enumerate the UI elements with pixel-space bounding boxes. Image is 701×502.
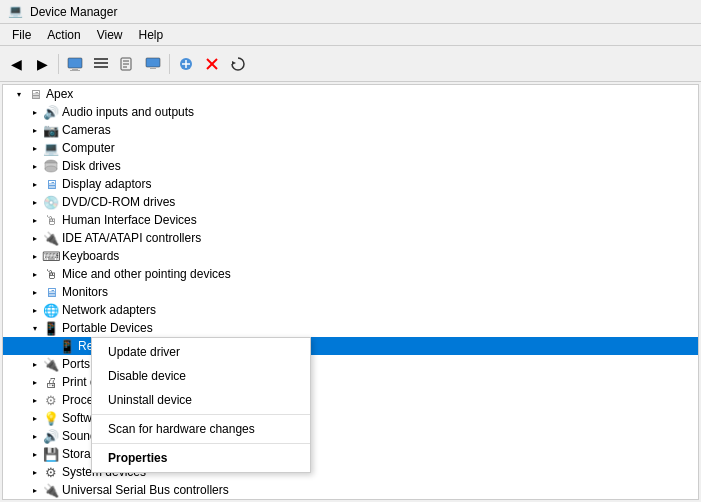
toolbar-forward[interactable]: ▶ [30, 52, 54, 76]
expand-sys[interactable] [27, 464, 43, 480]
tree-item-usb[interactable]: 🔌 Universal Serial Bus controllers [3, 481, 698, 499]
expand-apex[interactable] [11, 86, 27, 102]
icon-redmi: 📱 [59, 338, 75, 354]
svg-rect-11 [150, 68, 156, 69]
svg-rect-10 [146, 58, 160, 67]
toolbar-btn-computer[interactable] [63, 52, 87, 76]
label-disk: Disk drives [62, 159, 121, 173]
svg-point-20 [45, 166, 57, 172]
tree-item-disk[interactable]: Disk drives [3, 157, 698, 175]
expand-ports[interactable] [27, 356, 43, 372]
label-portable: Portable Devices [62, 321, 153, 335]
svg-rect-1 [72, 69, 78, 70]
toolbar-sep-1 [58, 54, 59, 74]
expand-usb[interactable] [27, 482, 43, 498]
expand-monitors[interactable] [27, 284, 43, 300]
tree-item-ide[interactable]: 🔌 IDE ATA/ATAPI controllers [3, 229, 698, 247]
label-monitors: Monitors [62, 285, 108, 299]
svg-marker-17 [232, 61, 236, 65]
tree-item-dvd[interactable]: 💿 DVD/CD-ROM drives [3, 193, 698, 211]
tree-item-monitors[interactable]: 🖥 Monitors [3, 283, 698, 301]
svg-rect-3 [94, 58, 108, 60]
icon-hid: 🖱 [43, 212, 59, 228]
expand-hid[interactable] [27, 212, 43, 228]
expand-dvd[interactable] [27, 194, 43, 210]
label-mice: Mice and other pointing devices [62, 267, 231, 281]
svg-rect-4 [94, 62, 108, 64]
toolbar-sep-2 [169, 54, 170, 74]
icon-print: 🖨 [43, 374, 59, 390]
icon-sound: 🔊 [43, 428, 59, 444]
icon-usb: 🔌 [43, 482, 59, 498]
label-usb: Universal Serial Bus controllers [62, 483, 229, 497]
tree-item-audio[interactable]: 🔊 Audio inputs and outputs [3, 103, 698, 121]
expand-mice[interactable] [27, 266, 43, 282]
label-computer: Computer [62, 141, 115, 155]
icon-network: 🌐 [43, 302, 59, 318]
expand-audio[interactable] [27, 104, 43, 120]
icon-ide: 🔌 [43, 230, 59, 246]
menu-bar: File Action View Help [0, 24, 701, 46]
toolbar-btn-remove[interactable] [200, 52, 224, 76]
context-menu-scan[interactable]: Scan for hardware changes [92, 417, 310, 441]
icon-monitors: 🖥 [43, 284, 59, 300]
tree-item-portable[interactable]: 📱 Portable Devices [3, 319, 698, 337]
tree-item-apex[interactable]: 🖥 Apex [3, 85, 698, 103]
toolbar-btn-list[interactable] [89, 52, 113, 76]
menu-view[interactable]: View [89, 26, 131, 44]
expand-computer[interactable] [27, 140, 43, 156]
context-menu-uninstall[interactable]: Uninstall device [92, 388, 310, 412]
tree-item-computer[interactable]: 💻 Computer [3, 139, 698, 157]
icon-disk [43, 158, 59, 174]
toolbar-btn-add[interactable] [174, 52, 198, 76]
label-audio: Audio inputs and outputs [62, 105, 194, 119]
expand-soft[interactable] [27, 410, 43, 426]
icon-storage: 💾 [43, 446, 59, 462]
label-apex: Apex [46, 87, 73, 101]
toolbar-btn-refresh[interactable] [226, 52, 250, 76]
expand-disk[interactable] [27, 158, 43, 174]
tree-item-mice[interactable]: 🖱 Mice and other pointing devices [3, 265, 698, 283]
tree-panel[interactable]: 🖥 Apex 🔊 Audio inputs and outputs 📷 Came… [2, 84, 699, 500]
expand-portable[interactable] [27, 320, 43, 336]
icon-ports: 🔌 [43, 356, 59, 372]
expand-ide[interactable] [27, 230, 43, 246]
label-keyboards: Keyboards [62, 249, 119, 263]
toolbar-btn-monitor[interactable] [141, 52, 165, 76]
icon-dvd: 💿 [43, 194, 59, 210]
tree-item-display[interactable]: 🖥 Display adaptors [3, 175, 698, 193]
expand-print[interactable] [27, 374, 43, 390]
context-menu-properties[interactable]: Properties [92, 446, 310, 470]
expand-storage[interactable] [27, 446, 43, 462]
context-menu-update[interactable]: Update driver [92, 340, 310, 364]
label-ide: IDE ATA/ATAPI controllers [62, 231, 201, 245]
icon-sys: ⚙ [43, 464, 59, 480]
expand-cameras[interactable] [27, 122, 43, 138]
menu-action[interactable]: Action [39, 26, 88, 44]
icon-audio: 🔊 [43, 104, 59, 120]
tree-item-cameras[interactable]: 📷 Cameras [3, 121, 698, 139]
expand-sound[interactable] [27, 428, 43, 444]
expand-proc[interactable] [27, 392, 43, 408]
menu-file[interactable]: File [4, 26, 39, 44]
svg-rect-2 [70, 70, 80, 71]
tree-item-keyboards[interactable]: ⌨ Keyboards [3, 247, 698, 265]
icon-portable: 📱 [43, 320, 59, 336]
icon-soft: 💡 [43, 410, 59, 426]
tree-item-network[interactable]: 🌐 Network adapters [3, 301, 698, 319]
tree-item-hid[interactable]: 🖱 Human Interface Devices [3, 211, 698, 229]
context-menu-disable[interactable]: Disable device [92, 364, 310, 388]
svg-rect-0 [68, 58, 82, 68]
toolbar-back[interactable]: ◀ [4, 52, 28, 76]
expand-redmi [43, 338, 59, 354]
expand-display[interactable] [27, 176, 43, 192]
label-network: Network adapters [62, 303, 156, 317]
menu-help[interactable]: Help [131, 26, 172, 44]
toolbar-btn-edit[interactable] [115, 52, 139, 76]
app-icon: 💻 [8, 4, 24, 20]
main-content: 🖥 Apex 🔊 Audio inputs and outputs 📷 Came… [0, 82, 701, 502]
title-bar: 💻 Device Manager [0, 0, 701, 24]
icon-cameras: 📷 [43, 122, 59, 138]
expand-network[interactable] [27, 302, 43, 318]
context-menu: Update driver Disable device Uninstall d… [91, 337, 311, 473]
